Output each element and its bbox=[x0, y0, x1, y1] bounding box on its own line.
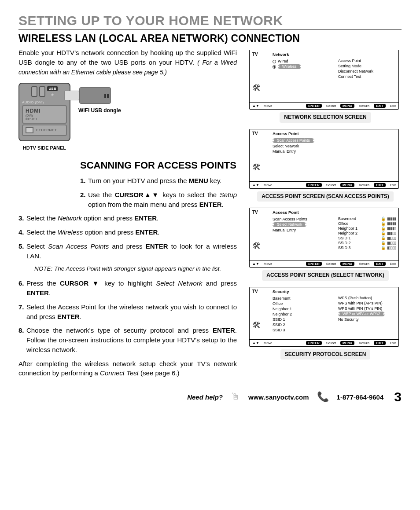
screen-title: Access Point bbox=[273, 131, 330, 136]
step-text: Choose the network's type of security pr… bbox=[26, 327, 213, 334]
step-text: key to highlight bbox=[101, 279, 156, 287]
network-item: SSID 3 bbox=[273, 327, 330, 333]
network-item: SSID 2 bbox=[273, 322, 330, 327]
exit-button-icon: EXIT bbox=[374, 262, 386, 266]
move-arrows-icon: ▲▼ bbox=[252, 104, 259, 108]
after-text: (see page 6.) bbox=[139, 369, 180, 377]
step-text: and press bbox=[112, 242, 145, 250]
page-footer: Need help? 🖱 www.sanyoctv.com 📞 1-877-86… bbox=[18, 389, 402, 404]
option-scan: Scan Access Points bbox=[273, 138, 330, 143]
security-option: WPS with PIN (AP's PIN) bbox=[338, 301, 396, 306]
tv-brand: TV bbox=[250, 50, 269, 57]
after-text: Connect Test bbox=[100, 369, 139, 377]
step-text: . bbox=[158, 228, 159, 236]
option-wireless: Wireless bbox=[273, 64, 330, 70]
screen-footer: ▲▼Move ENTERSelect MENUReturn EXITExit bbox=[250, 339, 398, 346]
menu-button-icon: MENU bbox=[340, 341, 354, 345]
enter-button-icon: ENTER bbox=[306, 262, 321, 266]
screen-title: Access Point bbox=[273, 210, 330, 215]
menu-button-icon: MENU bbox=[340, 183, 354, 187]
menu-button-icon: MENU bbox=[340, 104, 354, 108]
step-text: Network bbox=[58, 214, 82, 222]
lock-icon: 🔒 bbox=[381, 226, 386, 231]
audio-dvi-label: AUDIO (DVI) bbox=[22, 100, 67, 104]
hdmi-label: HDMI bbox=[26, 108, 63, 114]
wrench-clock-icon: 🛠 bbox=[252, 320, 261, 330]
page-title: SETTING UP TO YOUR HOME NETWORK bbox=[18, 13, 402, 30]
step-text: ENTER bbox=[213, 327, 235, 334]
step-text: Use the bbox=[88, 191, 115, 198]
step-text: ENTER bbox=[57, 313, 80, 320]
network-item: Neighbor 2 bbox=[273, 312, 330, 317]
page-number: 3 bbox=[394, 389, 402, 404]
scanning-title: SCANNING FOR ACCESS POINTS bbox=[80, 160, 237, 171]
usb-badge: USB bbox=[47, 86, 58, 91]
step-text: Wireless bbox=[58, 228, 83, 236]
phone-icon: 📞 bbox=[317, 391, 329, 403]
screen-footer: ▲▼Move ENTERSelect MENUReturn EXITExit bbox=[250, 260, 398, 267]
network-row: Basement🔒 ▮▮▮▮▮ bbox=[338, 216, 396, 221]
step-text: Press the bbox=[26, 279, 60, 287]
network-item: Neighbor 1 bbox=[273, 306, 330, 312]
option-manual-entry: Manual Entry bbox=[273, 227, 330, 233]
network-row: Neighbor 2🔒 ▮▮▮▯▯ bbox=[338, 231, 396, 235]
network-item: Office bbox=[273, 301, 330, 306]
lock-icon: 🔒 bbox=[381, 246, 386, 250]
step-text: Select Network bbox=[156, 279, 202, 287]
step-text: . bbox=[221, 201, 223, 208]
cursor-arrows-icon: ▲▼ bbox=[144, 191, 160, 198]
step-text: option and press bbox=[83, 228, 135, 236]
signal-icon: ▮▯▯▯▯ bbox=[387, 246, 396, 250]
screen-title: Security bbox=[273, 289, 330, 294]
screen-caption: ACCESS POINT SCREEN (SELECT NETWORK) bbox=[262, 270, 388, 281]
step-text: ENTER bbox=[136, 228, 158, 236]
option-connect-test: Connect Test bbox=[338, 74, 396, 79]
hdtv-side-panel: USB ⎈ AUDIO (DVI) HDMI (DVI) INPUT 1 ETH… bbox=[18, 83, 70, 141]
enter-button-icon: ENTER bbox=[306, 183, 321, 187]
security-option: WEP or WPA or WPA2 bbox=[338, 311, 396, 317]
step-7: 7. Select the Access Point for the wirel… bbox=[18, 302, 237, 322]
step-text: . bbox=[49, 289, 51, 297]
tv-brand: TV bbox=[250, 287, 269, 294]
usb-port-icon bbox=[31, 86, 37, 97]
screen-caption: SECURITY PROTOCOL SCREEN bbox=[280, 349, 371, 360]
screen-caption: NETWORK SELECTION SCREEN bbox=[280, 112, 371, 123]
intro-paragraph: Enable your HDTV's network connection by… bbox=[18, 48, 237, 77]
exit-button-icon: EXIT bbox=[374, 183, 386, 187]
option-select-network: Select Network bbox=[273, 143, 330, 149]
wrench-clock-icon: 🛠 bbox=[252, 83, 261, 93]
ethernet-port-box: ETHERNET bbox=[22, 125, 67, 136]
step-text: Select the bbox=[26, 228, 58, 236]
step-text: Select bbox=[26, 242, 48, 250]
network-row: Neighbor 1🔒 ▮▮▮▮▯ bbox=[338, 226, 396, 231]
network-row: SSID 1🔒 ▮▮▯▯▯ bbox=[338, 235, 396, 240]
network-item: SSID 1 bbox=[273, 317, 330, 322]
step-8: 8. Choose the network's type of security… bbox=[18, 326, 237, 354]
menu-key: MENU bbox=[189, 177, 208, 184]
network-row: Office🔒 ▮▮▮▮▮ bbox=[338, 221, 396, 226]
side-panel-figure-wrap: USB ⎈ AUDIO (DVI) HDMI (DVI) INPUT 1 ETH… bbox=[18, 83, 70, 151]
security-option: No Security bbox=[338, 317, 396, 322]
tv-brand: TV bbox=[250, 129, 269, 136]
step-text: Setup bbox=[220, 191, 237, 198]
wrench-clock-icon: 🛠 bbox=[252, 162, 261, 172]
access-point-select-screen: TV 🛠 Access Point Scan Access Points Sel… bbox=[249, 208, 399, 268]
step-text: ENTER bbox=[146, 242, 168, 250]
security-protocol-screen: TV 🛠 Security Basement Office Neighbor 1… bbox=[249, 287, 399, 347]
lock-icon: 🔒 bbox=[381, 221, 386, 226]
screen-footer: ▲▼Move ENTERSelect MENUReturn EXITExit bbox=[250, 181, 398, 188]
step-text: . bbox=[80, 313, 81, 320]
network-item: Basement bbox=[273, 296, 330, 301]
left-column: Enable your HDTV's network connection by… bbox=[18, 48, 237, 378]
lock-icon: 🔒 bbox=[381, 231, 386, 235]
step-text: option from the main menu and press bbox=[88, 201, 199, 208]
step-1: 1. Turn on your HDTV and press the MENU … bbox=[80, 176, 237, 186]
option-wired: Wired bbox=[273, 59, 330, 64]
step-5: 5. Select Scan Access Points and press E… bbox=[18, 242, 237, 261]
step-6: 6. Press the CURSOR ▼ key to highlight S… bbox=[18, 279, 237, 298]
dongle-caption: WiFi USB dongle bbox=[78, 107, 121, 114]
option-access-point: Access Point bbox=[338, 58, 396, 63]
option-scan: Scan Access Points bbox=[273, 216, 330, 222]
step-5-note: NOTE: The Access Point with stronger sig… bbox=[34, 265, 237, 273]
screen-title: Network bbox=[273, 52, 330, 57]
